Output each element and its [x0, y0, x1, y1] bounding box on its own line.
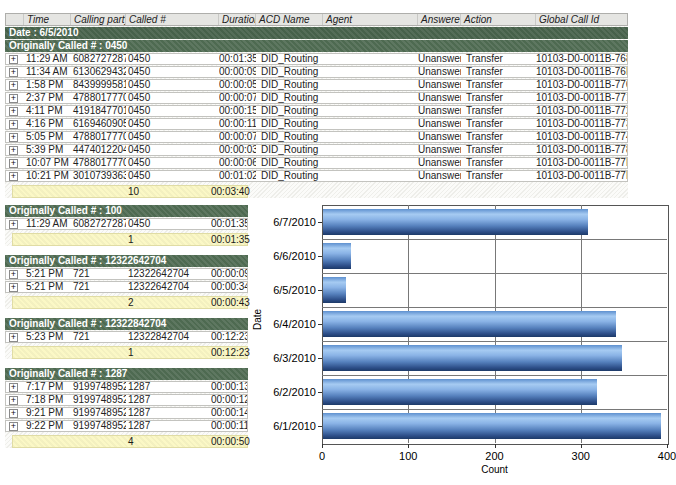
call-group: Originally Called # : 10011:29 AM6082727… [5, 205, 248, 246]
bar [323, 413, 661, 439]
cell-action: Transfer [461, 93, 536, 103]
expand-icon[interactable] [9, 133, 18, 142]
group-header-0450: Originally Called # : 0450 [5, 40, 628, 52]
cell-duration: 00:01:02 [219, 171, 256, 181]
expand-icon[interactable] [9, 270, 18, 279]
table-row: 7:17 PM9199748952128700:00:13 [5, 381, 248, 393]
cell-answered: Unanswered [418, 145, 461, 155]
cell-acd-name: DID_Routing [256, 80, 323, 90]
cell-global-call-id: 10103-D0-0011B-774 [536, 132, 627, 142]
expand-icon[interactable] [9, 396, 18, 405]
cell-calling-party: 4788017770 [71, 132, 126, 142]
cell-global-call-id: 10103-D0-0011B-770 [536, 80, 627, 90]
cell-duration: 00:00:07 [219, 132, 256, 142]
expand-icon[interactable] [9, 120, 18, 129]
expand-icon[interactable] [9, 409, 18, 418]
column-header-acd-name: ACD Name [256, 14, 323, 25]
cell-duration: 00:01:35 [211, 219, 248, 229]
expand-icon[interactable] [9, 55, 18, 64]
cell-calling-party: 6169460905 [71, 119, 126, 129]
cell-calling-party: 9199748952 [71, 421, 126, 431]
cell-time: 7:18 PM [24, 395, 71, 405]
column-header-called: Called # [126, 14, 219, 25]
cell-time: 11:34 AM [24, 67, 71, 77]
column-header-time: Time [24, 14, 71, 25]
expand-icon[interactable] [9, 283, 18, 292]
cell-called: 0450 [126, 219, 211, 229]
cell-answered: Unanswered [418, 132, 461, 142]
y-axis-tick [318, 324, 322, 325]
cell-time: 2:37 PM [24, 93, 71, 103]
x-tick-label: 100 [388, 450, 428, 462]
y-tick-label: 6/3/2010 [252, 352, 316, 364]
cell-acd-name: DID_Routing [256, 171, 323, 181]
cell-calling-party: 721 [71, 282, 126, 292]
cell-duration: 00:00:09 [219, 67, 256, 77]
cell-duration: 00:00:15 [219, 106, 256, 116]
y-tick-label: 6/1/2010 [252, 420, 316, 432]
summary-count: 4 [126, 437, 211, 447]
expand-icon[interactable] [9, 422, 18, 431]
expand-cell [6, 220, 24, 229]
table-row: 1:58 PM8439999581045000:00:05DID_Routing… [5, 79, 628, 91]
bar-chart: Date Count 01002003004006/7/20106/6/2010… [250, 200, 676, 485]
expand-icon[interactable] [9, 383, 18, 392]
cell-time: 5:23 PM [24, 332, 71, 342]
group-summary-row: 400:00:50 [12, 435, 248, 448]
y-tick-label: 6/4/2010 [252, 318, 316, 330]
cell-duration: 00:00:13 [211, 382, 248, 392]
table-row: 9:22 PM9199748952128700:00:11 [5, 420, 248, 432]
expand-icon[interactable] [9, 333, 18, 342]
cell-calling-party: 9199748952 [71, 408, 126, 418]
expand-cell [6, 81, 24, 90]
expand-cell [6, 68, 24, 77]
cell-time: 10:07 PM [24, 158, 71, 168]
expand-icon[interactable] [9, 81, 18, 90]
main-table: TimeCalling party #Called #DurationACD N… [5, 13, 628, 198]
bar [323, 209, 588, 235]
cell-time: 9:21 PM [24, 408, 71, 418]
cell-duration: 00:00:12 [211, 395, 248, 405]
cell-time: 9:22 PM [24, 421, 71, 431]
group-summary-row: 100:01:35 [12, 233, 248, 246]
expand-cell [6, 172, 24, 181]
expand-icon[interactable] [9, 68, 18, 77]
group-header: Originally Called # : 12322842704 [5, 318, 248, 330]
group-header: Originally Called # : 12322642704 [5, 255, 248, 267]
cell-global-call-id: 10103-D0-0011B-771 [536, 93, 627, 103]
x-tick-label: 200 [475, 450, 515, 462]
cell-called: 0450 [126, 132, 219, 142]
table-row: 2:37 PM4788017770045000:00:07DID_Routing… [5, 92, 628, 104]
cell-calling-party: 8439999581 [71, 80, 126, 90]
expand-cell [6, 396, 24, 405]
cell-time: 11:29 AM [24, 54, 71, 64]
y-tick-label: 6/7/2010 [252, 216, 316, 228]
expand-cell [6, 383, 24, 392]
expand-icon[interactable] [9, 146, 18, 155]
expand-icon[interactable] [9, 172, 18, 181]
cell-called: 0450 [126, 145, 219, 155]
main-header-row: TimeCalling party #Called #DurationACD N… [5, 13, 628, 26]
table-row: 5:39 PM4474012204045000:00:03DID_Routing… [5, 144, 628, 156]
groups-container: Originally Called # : 10011:29 AM6082727… [5, 205, 248, 457]
cell-calling-party: 721 [71, 269, 126, 279]
table-row: 10:21 PM3010739363045000:01:02DID_Routin… [5, 170, 628, 182]
cell-answered: Unanswered [418, 67, 461, 77]
expand-cell [6, 94, 24, 103]
expand-cell [6, 55, 24, 64]
table-row: 11:29 AM6082727287045000:01:35 [5, 218, 248, 230]
group-header: Originally Called # : 1287 [5, 368, 248, 380]
expand-icon[interactable] [9, 107, 18, 116]
expand-icon[interactable] [9, 220, 18, 229]
expand-icon[interactable] [9, 159, 18, 168]
table-row: 11:29 AM6082727287045000:01:35DID_Routin… [5, 53, 628, 65]
table-row: 4:16 PM6169460905045000:00:11DID_Routing… [5, 118, 628, 130]
expand-icon[interactable] [9, 94, 18, 103]
y-axis-tick [318, 256, 322, 257]
table-row: 7:18 PM9199748952128700:00:12 [5, 394, 248, 406]
cell-global-call-id: 10103-D0-0011B-773 [536, 119, 627, 129]
summary-count: 10 [126, 187, 211, 197]
cell-action: Transfer [461, 132, 536, 142]
table-row: 10:07 PM4788017770045000:00:06DID_Routin… [5, 157, 628, 169]
column-header-answered: Answered [418, 14, 461, 25]
